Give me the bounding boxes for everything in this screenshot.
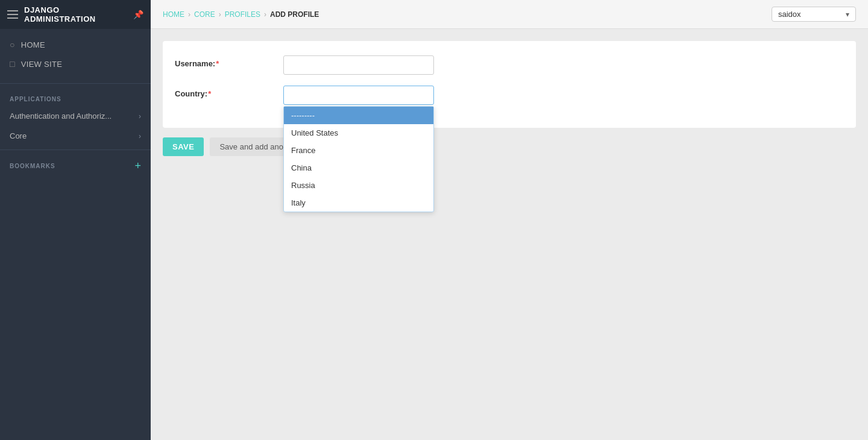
add-bookmark-button[interactable]: + [134, 160, 141, 172]
pin-icon[interactable]: 📌 [133, 10, 143, 19]
save-button[interactable]: SAVE [163, 137, 204, 156]
country-row: Country: --------- United States France … [175, 86, 844, 105]
sidebar-view-site-label: VIEW SITE [21, 60, 62, 69]
auth-chevron-icon: › [139, 112, 141, 121]
country-option-us[interactable]: United States [284, 124, 433, 142]
breadcrumb-home[interactable]: HOME [163, 10, 184, 19]
applications-label: APPLICATIONS [0, 87, 151, 106]
user-menu-chevron-icon: ▾ [846, 10, 849, 19]
country-option-blank[interactable]: --------- [284, 107, 433, 124]
main-content: HOME › CORE › PROFILES › ADD PROFILE sai… [151, 0, 868, 440]
bookmarks-label: BOOKMARKS [10, 163, 55, 169]
app-title: DJANGO ADMINISTRATION [24, 5, 127, 24]
country-option-russia[interactable]: Russia [284, 177, 433, 194]
breadcrumb-profiles[interactable]: PROFILES [225, 10, 260, 19]
sidebar-header: DJANGO ADMINISTRATION 📌 [0, 0, 151, 29]
username-label: Username: [175, 55, 271, 68]
sidebar-home-label: HOME [21, 40, 45, 49]
auth-item-label: Authentication and Authoriz... [10, 112, 112, 121]
core-item-label: Core [10, 131, 27, 140]
country-label: Country: [175, 86, 271, 98]
sidebar-nav: ○ HOME □ VIEW SITE [0, 29, 151, 80]
home-icon: ○ [10, 40, 15, 49]
sidebar-item-core[interactable]: Core › [0, 126, 151, 146]
username-row: Username: [175, 55, 844, 75]
country-option-france[interactable]: France [284, 142, 433, 159]
breadcrumb-sep-3: › [264, 10, 266, 19]
sidebar-divider [0, 83, 151, 84]
country-search-input[interactable] [283, 86, 434, 105]
sidebar-divider-2 [0, 149, 151, 150]
page-content: Username: Country: --------- United Stat… [151, 29, 868, 440]
country-select-container: --------- United States France China Rus… [283, 86, 434, 105]
breadcrumb: HOME › CORE › PROFILES › ADD PROFILE [163, 10, 319, 19]
sidebar-item-view-site[interactable]: □ VIEW SITE [0, 54, 151, 74]
country-option-italy[interactable]: Italy [284, 194, 433, 212]
country-option-china[interactable]: China [284, 159, 433, 177]
sidebar-item-home[interactable]: ○ HOME [0, 35, 151, 54]
bookmarks-section: BOOKMARKS + [0, 154, 151, 178]
country-dropdown: --------- United States France China Rus… [283, 106, 434, 212]
core-chevron-icon: › [139, 132, 141, 140]
action-buttons: SAVE Save and add another Save and conti… [163, 137, 856, 156]
add-profile-form: Username: Country: --------- United Stat… [163, 41, 856, 128]
sidebar-item-auth[interactable]: Authentication and Authoriz... › [0, 106, 151, 126]
breadcrumb-sep-2: › [219, 10, 221, 19]
username-input[interactable] [283, 55, 434, 75]
user-menu[interactable]: saidox ▾ [772, 7, 856, 22]
breadcrumb-core[interactable]: CORE [194, 10, 215, 19]
breadcrumb-current: ADD PROFILE [270, 10, 319, 19]
sidebar: DJANGO ADMINISTRATION 📌 ○ HOME □ VIEW SI… [0, 0, 151, 440]
hamburger-icon[interactable] [7, 10, 18, 19]
user-menu-name: saidox [778, 10, 801, 19]
view-site-icon: □ [10, 59, 15, 69]
breadcrumb-sep-1: › [188, 10, 190, 19]
topbar: HOME › CORE › PROFILES › ADD PROFILE sai… [151, 0, 868, 29]
